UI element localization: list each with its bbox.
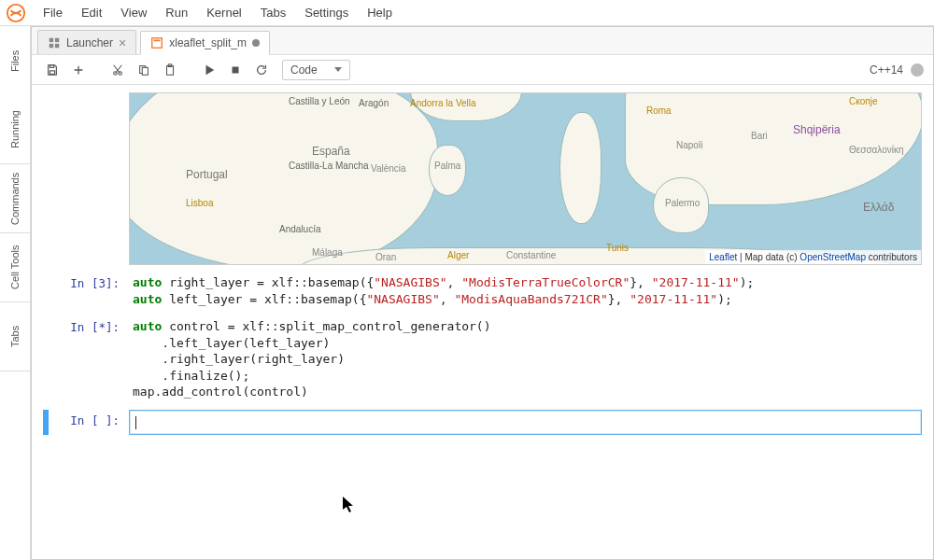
map-label: Castilla y León [289,96,350,106]
map-attribution: Leaflet | Map data (c) OpenStreetMap con… [705,250,921,264]
map-label: Palma [434,161,460,171]
code-editor[interactable]: auto control = xlf::split_map_control_ge… [129,316,922,402]
cut-button[interactable] [106,59,129,81]
text-cursor [135,416,136,429]
code-editor[interactable] [129,410,922,436]
map-label: Θεσσαλονίκη [849,145,904,155]
main-area: Launcher × xleaflet_split_m Code [31,26,934,560]
map-label: Lisboa [186,198,213,208]
notebook-scroll[interactable]: España Portugal Lisboa Andalucía Málaga … [32,85,933,559]
save-button[interactable] [41,59,64,81]
left-sidebar: Files Running Commands Cell Tools Tabs [0,26,31,560]
svg-rect-15 [233,66,239,73]
tab-notebook-label: xleaflet_split_m [169,36,247,49]
map-label: Ελλάδ [863,201,894,214]
paste-button[interactable] [159,59,181,81]
map-label: Málaga [312,247,343,258]
leaflet-link[interactable]: Leaflet [709,252,737,262]
cell-prompt: In [*]: [43,316,129,402]
tab-notebook[interactable]: xleaflet_split_m [140,31,270,55]
restart-button[interactable] [250,59,273,81]
map-label: Aragón [359,98,389,108]
map-label: Andalucía [279,224,320,234]
map-label: València [371,163,406,174]
map-label: Oran [375,252,396,262]
sidetab-celltools[interactable]: Cell Tools [0,233,30,302]
sidetab-commands[interactable]: Commands [0,164,30,233]
notebook-toolbar: Code C++14 [32,55,933,85]
svg-rect-13 [167,65,174,75]
notebook-icon [150,36,163,49]
jupyter-logo-icon [6,3,26,23]
sidetab-running[interactable]: Running [0,95,30,164]
kernel-status[interactable]: C++14 [870,63,924,77]
menu-edit[interactable]: Edit [72,2,111,23]
map-label: Napoli [676,140,702,150]
leaflet-map[interactable]: España Portugal Lisboa Andalucía Málaga … [129,92,922,265]
svg-rect-1 [50,37,53,41]
output-prompt [43,92,129,265]
kernel-busy-icon [911,63,924,77]
kernel-name: C++14 [870,63,903,77]
map-label: Andorra la Vella [410,98,476,108]
svg-rect-3 [50,43,53,47]
run-button[interactable] [198,59,220,81]
selection-bar [43,410,49,436]
map-label: Alger [447,250,469,260]
map-label: Castilla-La Mancha [289,161,369,171]
svg-rect-5 [152,38,163,49]
code-cell[interactable]: In [*]: auto control = xlf::split_map_co… [43,316,922,402]
code-cell[interactable]: In [3]: auto right_layer = xlf::basemap(… [43,273,922,309]
cell-prompt: In [3]: [43,273,129,309]
svg-rect-4 [55,43,59,47]
svg-rect-12 [142,67,148,75]
map-attr-text: | Map data (c) [737,252,800,262]
output-cell: España Portugal Lisboa Andalucía Málaga … [43,92,922,265]
close-icon[interactable]: × [119,35,126,50]
menu-help[interactable]: Help [358,2,402,23]
tab-launcher-label: Launcher [66,36,113,49]
sidetab-files[interactable]: Files [0,26,30,95]
menu-run[interactable]: Run [156,2,197,23]
menu-settings[interactable]: Settings [295,2,358,23]
code-cell-selected[interactable]: In [ ]: [43,410,922,436]
unsaved-dot-icon [252,39,260,47]
cell-prompt: In [ ]: [50,410,129,436]
menu-tabs[interactable]: Tabs [251,2,295,23]
map-label: Portugal [186,168,228,181]
map-label: Tunis [606,243,629,253]
chevron-down-icon [334,67,342,72]
add-cell-button[interactable] [67,59,90,81]
map-label: Bari [751,131,768,141]
map-label: Palermo [665,198,700,208]
map-label: Roma [646,105,672,116]
sidetab-tabs[interactable]: Tabs [0,302,30,371]
cell-type-label: Code [290,63,318,77]
menu-file[interactable]: File [34,2,72,23]
stop-button[interactable] [224,59,247,81]
osm-link[interactable]: OpenStreetMap [800,252,866,262]
cell-type-select[interactable]: Code [282,60,350,80]
tab-launcher[interactable]: Launcher × [37,30,136,54]
launcher-icon [48,36,61,49]
map-label: Constantine [506,250,556,260]
code-editor[interactable]: auto right_layer = xlf::basemap({"NASAGI… [129,273,922,309]
svg-rect-8 [50,64,53,67]
menu-view[interactable]: View [111,2,156,23]
map-label: Скопје [849,96,877,106]
map-label: Shqipëria [793,123,841,136]
svg-rect-6 [154,40,161,42]
top-menubar: File Edit View Run Kernel Tabs Settings … [0,0,934,26]
svg-rect-7 [50,70,54,74]
map-label: España [312,145,350,158]
menu-kernel[interactable]: Kernel [197,2,251,23]
copy-button[interactable] [133,59,155,81]
document-tabbar: Launcher × xleaflet_split_m [32,27,933,55]
map-attr-text2: contributors [866,252,917,262]
svg-rect-2 [55,37,59,41]
